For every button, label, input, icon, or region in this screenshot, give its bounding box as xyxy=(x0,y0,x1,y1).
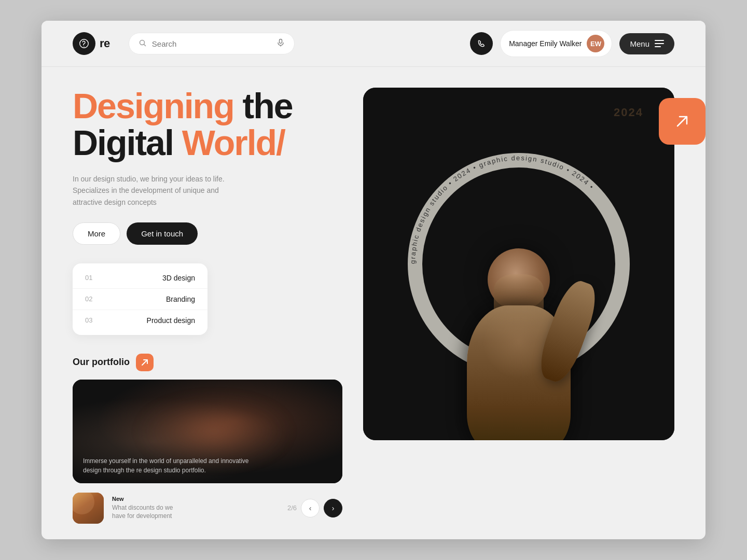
header: re xyxy=(42,21,706,67)
menu-label: Menu xyxy=(630,39,649,48)
portfolio-card-description: Immerse yourself in the world of unparal… xyxy=(83,456,249,475)
news-prev-button[interactable]: ‹ xyxy=(301,499,320,517)
service-name-2: Branding xyxy=(166,295,195,303)
service-name-3: Product design xyxy=(147,316,195,325)
statue-figure xyxy=(467,248,571,440)
service-name-1: 3D design xyxy=(162,274,195,282)
news-content: New What discounts do we have for develo… xyxy=(112,496,279,521)
phone-button[interactable] xyxy=(470,32,493,55)
services-list: 01 3D design 02 Branding 03 Product desi… xyxy=(73,263,208,335)
hero-title: Designing the Digital World/ xyxy=(73,88,342,162)
news-counter: 2/6 xyxy=(287,504,297,512)
manager-avatar: EW xyxy=(587,35,604,52)
hero-title-accent1: Designing xyxy=(73,86,234,125)
more-button[interactable]: More xyxy=(73,222,120,245)
logo-area: re xyxy=(73,32,110,55)
portfolio-section: Our portfolio Immerse yourself in the wo… xyxy=(73,354,342,524)
portfolio-title: Our portfolio xyxy=(73,357,130,368)
manager-name: Manager Emily Walker xyxy=(509,39,582,48)
news-desc-line1: What discounts do we xyxy=(112,504,173,511)
news-navigation: 2/6 ‹ › xyxy=(287,499,342,517)
right-column: graphic design studio • 2024 • graphic d… xyxy=(363,88,674,524)
get-in-touch-button[interactable]: Get in touch xyxy=(127,222,198,245)
svg-rect-2 xyxy=(279,39,282,44)
hamburger-icon xyxy=(655,40,664,47)
service-num-2: 02 xyxy=(85,295,92,303)
service-item-1[interactable]: 01 3D design xyxy=(73,268,208,289)
service-item-2[interactable]: 02 Branding xyxy=(73,289,208,310)
news-tag: New xyxy=(112,496,279,502)
hero-image: graphic design studio • 2024 • graphic d… xyxy=(363,88,674,440)
main-content: Designing the Digital World/ In our desi… xyxy=(42,67,706,539)
statue-background: graphic design studio • 2024 • graphic d… xyxy=(363,88,674,440)
hero-buttons: More Get in touch xyxy=(73,222,342,245)
microphone-button[interactable] xyxy=(276,38,285,49)
logo-icon xyxy=(73,32,95,55)
floating-arrow-button[interactable] xyxy=(659,98,706,145)
portfolio-card[interactable]: Immerse yourself in the world of unparal… xyxy=(73,380,342,483)
search-input[interactable] xyxy=(152,39,267,48)
search-area[interactable] xyxy=(129,33,295,54)
hero-subtitle: In our design studio, we bring your idea… xyxy=(73,173,239,208)
hero-title-normal1: the xyxy=(234,86,293,125)
news-description: What discounts do we have for developmen… xyxy=(112,503,279,521)
service-num-1: 01 xyxy=(85,274,92,282)
portfolio-arrow-button[interactable] xyxy=(136,354,154,371)
news-next-button[interactable]: › xyxy=(324,499,342,517)
news-thumb-visual xyxy=(73,493,104,524)
header-right: Manager Emily Walker EW Menu xyxy=(470,30,674,57)
svg-text:graphic design studio • 2024 •: graphic design studio • 2024 • graphic d… xyxy=(409,154,596,264)
manager-area: Manager Emily Walker EW xyxy=(500,30,612,57)
hero-title-accent2: World/ xyxy=(182,123,285,162)
year-text: 2024 xyxy=(614,106,643,119)
news-thumbnail xyxy=(73,493,104,524)
hero-title-normal2: Digital xyxy=(73,123,182,162)
logo-text: re xyxy=(100,37,110,50)
portfolio-card-text: Immerse yourself in the world of unparal… xyxy=(73,448,259,483)
search-icon xyxy=(139,39,147,49)
left-column: Designing the Digital World/ In our desi… xyxy=(73,88,342,524)
svg-point-0 xyxy=(84,46,84,47)
portfolio-header: Our portfolio xyxy=(73,354,342,371)
news-desc-line2: have for development xyxy=(112,512,172,520)
statue-head xyxy=(488,248,550,311)
service-item-3[interactable]: 03 Product design xyxy=(73,310,208,331)
menu-button[interactable]: Menu xyxy=(619,33,674,54)
news-item: New What discounts do we have for develo… xyxy=(73,493,342,524)
service-num-3: 03 xyxy=(85,316,92,324)
